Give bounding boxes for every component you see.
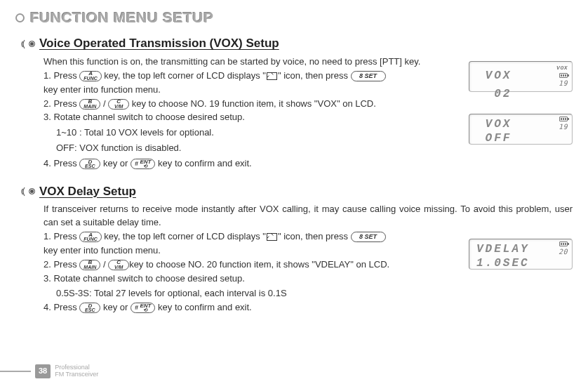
intro-text: If transceiver returns to receive mode i… bbox=[44, 203, 573, 230]
lcd-line: VDELAY bbox=[476, 244, 530, 256]
key-b-main: BMAIN bbox=[79, 260, 100, 270]
step-4: 4. Press DESC key or # ENT⟲ key to confi… bbox=[44, 157, 573, 171]
key-a-func: AFUNC bbox=[79, 71, 101, 81]
key-hash-ent: # ENT⟲ bbox=[131, 303, 156, 313]
lcd-line: OFF bbox=[476, 133, 568, 145]
envelope-icon bbox=[267, 72, 277, 80]
annunciator-vox: VOX bbox=[556, 64, 568, 72]
lcd-line: 1.0SEC bbox=[476, 258, 568, 270]
lcd-vdelay: VDELAY 20 1.0SEC bbox=[469, 239, 573, 270]
key-a-func: AFUNC bbox=[79, 232, 101, 242]
battery-icon bbox=[559, 241, 568, 246]
step-4: 4. Press DESC key or # ENT⟲ key to confi… bbox=[44, 301, 573, 315]
page-number: 38 bbox=[35, 364, 51, 378]
section-heading: VOX Delay Setup bbox=[22, 183, 573, 201]
battery-icon bbox=[559, 117, 568, 121]
lcd-vox-off: VOX 19 OFF bbox=[469, 114, 573, 145]
broadcast-icon bbox=[22, 186, 35, 197]
channel-number: 19 bbox=[559, 122, 568, 133]
lcd-line: 02 bbox=[476, 88, 568, 100]
broadcast-icon bbox=[22, 39, 35, 50]
lcd-vox-on: VOX VOX 19 02 bbox=[469, 61, 573, 92]
lcd-line: VOX bbox=[476, 119, 512, 131]
envelope-icon bbox=[267, 233, 277, 241]
key-c-vm: CV/M bbox=[108, 260, 129, 270]
channel-number: 20 bbox=[559, 247, 568, 258]
key-hash-ent: # ENT⟲ bbox=[131, 159, 156, 169]
key-8-set: 8 SET bbox=[351, 71, 386, 81]
key-d-esc: DESC bbox=[79, 159, 100, 169]
step-3-opt1: 0.5S-3S: Total 27 levels for optional, e… bbox=[56, 287, 573, 300]
lcd-line: VOX bbox=[476, 70, 512, 82]
page-footer: 38 Professional FM Transceiver bbox=[0, 364, 98, 378]
page-title: FUNCTION MENU SETUP bbox=[15, 7, 573, 28]
section-vox-setup: Voice Operated Transmission (VOX) Setup … bbox=[22, 35, 573, 170]
channel-number: 19 bbox=[559, 79, 568, 89]
section-heading: Voice Operated Transmission (VOX) Setup bbox=[22, 35, 573, 53]
key-c-vm: CV/M bbox=[108, 99, 129, 110]
heading-text: VOX Delay Setup bbox=[39, 183, 136, 201]
step-3: 3. Rotate channel switch to choose desir… bbox=[44, 272, 573, 286]
footer-rule bbox=[0, 371, 31, 372]
heading-text: Voice Operated Transmission (VOX) Setup bbox=[39, 35, 279, 53]
battery-icon bbox=[559, 73, 568, 78]
footer-text: Professional FM Transceiver bbox=[55, 364, 98, 378]
key-b-main: BMAIN bbox=[79, 99, 100, 110]
key-8-set: 8 SET bbox=[351, 232, 386, 242]
key-d-esc: DESC bbox=[79, 303, 100, 313]
